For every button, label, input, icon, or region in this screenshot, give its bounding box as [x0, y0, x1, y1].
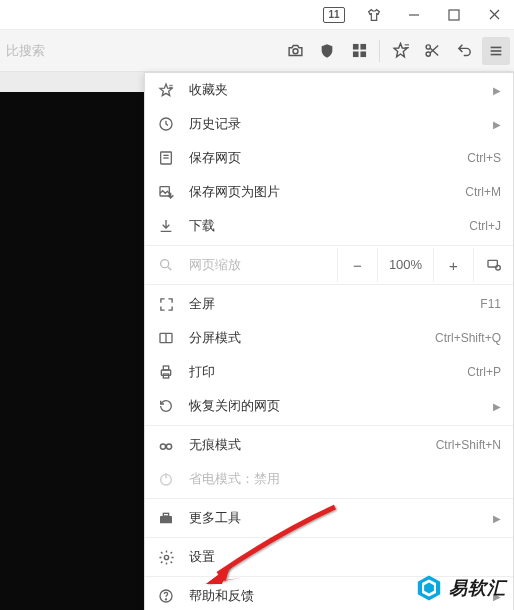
svg-rect-32: [163, 366, 168, 370]
main-menu: 收藏夹 ▶ 历史记录 ▶ 保存网页 Ctrl+S 保存网页为图片 Ctrl+M …: [144, 72, 514, 610]
shield-icon[interactable]: [313, 37, 341, 65]
svg-point-25: [161, 260, 169, 268]
svg-rect-7: [352, 51, 358, 57]
svg-rect-6: [360, 44, 366, 50]
shortcut: Ctrl+Shift+N: [436, 438, 501, 452]
menu-separator: [145, 245, 513, 246]
grid-icon[interactable]: [345, 37, 373, 65]
svg-point-34: [160, 444, 165, 449]
chevron-right-icon: ▶: [493, 85, 501, 96]
save-page-icon: [157, 149, 175, 167]
incognito-icon: [157, 436, 175, 454]
menu-restore[interactable]: 恢复关闭的网页 ▶: [145, 389, 513, 423]
download-icon: [157, 217, 175, 235]
shortcut: Ctrl+S: [467, 151, 501, 165]
menu-label: 全屏: [189, 295, 472, 313]
star-icon: [157, 81, 175, 99]
maximize-button[interactable]: [434, 0, 474, 30]
menu-label: 更多工具: [189, 509, 485, 527]
shortcut: Ctrl+M: [465, 185, 501, 199]
menu-label: 恢复关闭的网页: [189, 397, 485, 415]
svg-point-43: [165, 599, 166, 600]
split-icon: [157, 329, 175, 347]
svg-rect-5: [352, 44, 358, 50]
menu-save-page[interactable]: 保存网页 Ctrl+S: [145, 141, 513, 175]
minimize-button[interactable]: [394, 0, 434, 30]
menu-separator: [145, 498, 513, 499]
menu-zoom: 网页缩放 − 100% +: [145, 248, 513, 282]
undo-icon[interactable]: [450, 37, 478, 65]
zoom-icon: [157, 256, 175, 274]
menu-split[interactable]: 分屏模式 Ctrl+Shift+Q: [145, 321, 513, 355]
chevron-right-icon: ▶: [493, 513, 501, 524]
save-image-icon: [157, 183, 175, 201]
watermark-text: 易软汇: [449, 576, 506, 600]
zoom-value: 100%: [377, 248, 433, 282]
menu-label: 历史记录: [189, 115, 485, 133]
menu-more-tools[interactable]: 更多工具 ▶: [145, 501, 513, 535]
page-content-dark: [0, 92, 144, 610]
menu-label: 下载: [189, 217, 461, 235]
restore-icon: [157, 397, 175, 415]
svg-point-35: [166, 444, 171, 449]
tshirt-icon[interactable]: [354, 0, 394, 30]
shortcut: Ctrl+J: [469, 219, 501, 233]
toolbox-icon: [157, 509, 175, 527]
fullscreen-icon: [157, 295, 175, 313]
clock-icon: [157, 115, 175, 133]
svg-rect-39: [160, 516, 172, 523]
scissors-icon[interactable]: [418, 37, 446, 65]
svg-rect-1: [449, 10, 459, 20]
power-icon: [157, 470, 175, 488]
menu-label: 无痕模式: [189, 436, 428, 454]
gear-icon: [157, 548, 175, 566]
help-icon: [157, 587, 175, 605]
camera-icon[interactable]: [281, 37, 309, 65]
svg-rect-40: [163, 513, 168, 516]
close-button[interactable]: [474, 0, 514, 30]
content-area: 收藏夹 ▶ 历史记录 ▶ 保存网页 Ctrl+S 保存网页为图片 Ctrl+M …: [0, 72, 514, 610]
shortcut: Ctrl+P: [467, 365, 501, 379]
menu-label: 省电模式：禁用: [189, 470, 501, 488]
menu-label: 收藏夹: [189, 81, 485, 99]
zoom-settings-button[interactable]: [473, 248, 513, 282]
menu-save-image[interactable]: 保存网页为图片 Ctrl+M: [145, 175, 513, 209]
shortcut: Ctrl+Shift+Q: [435, 331, 501, 345]
window-controls: 11: [0, 0, 514, 30]
menu-separator: [145, 284, 513, 285]
zoom-out-button[interactable]: −: [337, 248, 377, 282]
menu-label: 设置: [189, 548, 501, 566]
menu-incognito[interactable]: 无痕模式 Ctrl+Shift+N: [145, 428, 513, 462]
menu-favorites[interactable]: 收藏夹 ▶: [145, 73, 513, 107]
zoom-label: 网页缩放: [189, 256, 337, 274]
watermark: 易软汇: [415, 574, 506, 602]
menu-button[interactable]: [482, 37, 510, 65]
menu-separator: [145, 425, 513, 426]
menu-history[interactable]: 历史记录 ▶: [145, 107, 513, 141]
svg-line-26: [168, 267, 171, 270]
svg-point-4: [293, 49, 298, 54]
tab-count: 11: [323, 7, 344, 23]
print-icon: [157, 363, 175, 381]
tab-count-badge[interactable]: 11: [314, 0, 354, 30]
menu-label: 保存网页为图片: [189, 183, 457, 201]
menu-separator: [145, 537, 513, 538]
menu-power-save: 省电模式：禁用: [145, 462, 513, 496]
menu-settings[interactable]: 设置: [145, 540, 513, 574]
chevron-right-icon: ▶: [493, 401, 501, 412]
menu-print[interactable]: 打印 Ctrl+P: [145, 355, 513, 389]
menu-label: 保存网页: [189, 149, 459, 167]
search-input[interactable]: 比搜索: [0, 42, 281, 60]
favorite-icon[interactable]: [386, 37, 414, 65]
svg-rect-8: [360, 51, 366, 57]
watermark-logo-icon: [415, 574, 443, 602]
toolbar: 比搜索: [0, 30, 514, 72]
zoom-in-button[interactable]: +: [433, 248, 473, 282]
menu-downloads[interactable]: 下载 Ctrl+J: [145, 209, 513, 243]
menu-fullscreen[interactable]: 全屏 F11: [145, 287, 513, 321]
chevron-right-icon: ▶: [493, 119, 501, 130]
svg-point-41: [164, 555, 168, 559]
shortcut: F11: [480, 297, 501, 311]
menu-label: 分屏模式: [189, 329, 427, 347]
menu-label: 打印: [189, 363, 459, 381]
